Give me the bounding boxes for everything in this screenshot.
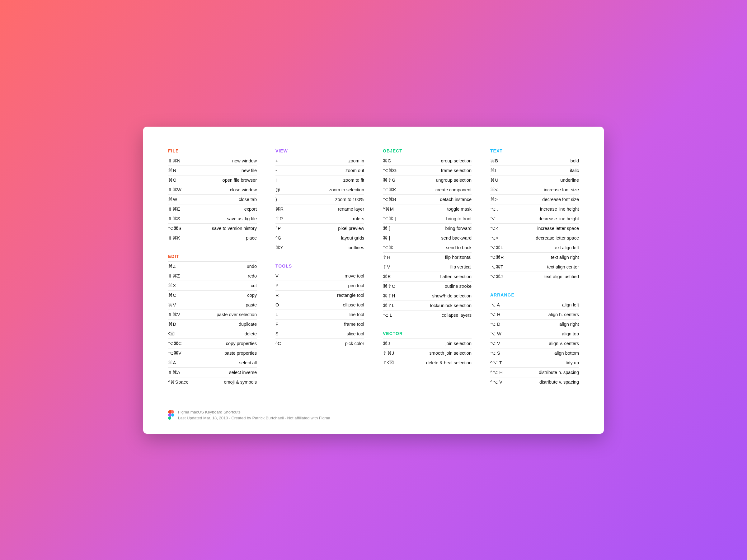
- shortcut-keys: V: [276, 273, 279, 278]
- shortcut-row: ⌥ Valign v. centers: [490, 339, 579, 348]
- shortcut-keys: ⌥⌘B: [383, 197, 396, 202]
- shortcut-row: ⌘Xcut: [168, 281, 257, 290]
- column: VIEW+zoom in-zoom out!zoom to fit@zoom t…: [276, 149, 364, 398]
- shortcut-row: ⌥⌘Bdetach instance: [383, 194, 471, 204]
- shortcut-desc: redo: [248, 273, 257, 278]
- section-title: ARRANGE: [490, 292, 579, 297]
- shortcut-desc: ellipse tool: [343, 302, 364, 308]
- shortcut-desc: align v. centers: [549, 341, 579, 346]
- footer-meta: Last Updated Mar. 18, 2010 · Created by …: [178, 415, 330, 421]
- shortcut-row: ⇧⌫delete & heal selection: [383, 358, 471, 367]
- shortcut-keys: ⇧⌘Z: [168, 273, 180, 278]
- shortcut-row: ⌘Eflatten selection: [383, 272, 471, 281]
- shortcut-row: ⌘<increase font size: [490, 185, 579, 194]
- footer: Figma macOS Keyboard Shortcuts Last Upda…: [168, 409, 579, 421]
- shortcut-keys: ⇧V: [383, 264, 390, 269]
- shortcut-desc: decrease font size: [542, 197, 579, 202]
- svg-point-0: [171, 414, 174, 417]
- shortcut-row: ⌥⌘ [send to back: [383, 243, 471, 252]
- section-title: VECTOR: [383, 331, 471, 336]
- shortcut-row: ⌘Wclose tab: [168, 194, 257, 204]
- shortcut-row: ⇧⌘Eexport: [168, 204, 257, 214]
- shortcut-keys: F: [276, 322, 278, 327]
- shortcut-desc: zoom to fit: [343, 178, 364, 183]
- shortcut-keys: ⌥⌘R: [490, 255, 504, 260]
- shortcut-row: ⌥⌘Kcreate component: [383, 185, 471, 194]
- column: FILE⇧⌘Nnew window⌘Nnew file⌘Oopen file b…: [168, 149, 257, 398]
- shortcut-keys: ⌥⌘C: [168, 341, 182, 346]
- shortcut-row: ⌘Ggroup selection: [383, 156, 471, 165]
- shortcut-keys: ⇧⌘V: [168, 312, 180, 317]
- shortcut-desc: place: [246, 236, 257, 240]
- shortcut-keys: ⌘C: [168, 293, 176, 298]
- shortcut-desc: align h. centers: [548, 312, 579, 317]
- shortcut-keys: ⌘E: [383, 274, 391, 279]
- shortcut-row: ⌘Rrename layer: [276, 204, 364, 214]
- shortcut-row: !zoom to fit: [276, 175, 364, 185]
- shortcut-keys: ⇧⌘J: [383, 351, 394, 355]
- shortcut-row: ⌥ ,increase line height: [490, 204, 579, 214]
- shortcut-row: ⌥ Aalign left: [490, 300, 579, 310]
- section-title: FILE: [168, 149, 257, 153]
- shortcut-desc: copy: [247, 293, 257, 298]
- shortcut-keys: +: [276, 158, 278, 163]
- shortcut-keys: ⌘U: [490, 178, 498, 183]
- shortcut-row: +zoom in: [276, 156, 364, 165]
- shortcut-desc: text align center: [547, 264, 579, 269]
- shortcut-row: ⌥>decrease letter space: [490, 233, 579, 243]
- shortcut-keys: ⌥⌘G: [383, 168, 397, 173]
- shortcut-row: ⌥⌘Vpaste properties: [168, 348, 257, 358]
- shortcut-desc: layout grids: [341, 236, 364, 240]
- shortcut-keys: ⌥⌘K: [383, 187, 396, 192]
- shortcut-desc: export: [244, 207, 257, 212]
- shortcut-keys: -: [276, 168, 277, 173]
- shortcut-keys: ⌥⌘V: [168, 351, 181, 355]
- shortcut-keys: ⌥>: [490, 236, 498, 240]
- shortcut-desc: rulers: [353, 216, 364, 221]
- section: OBJECT⌘Ggroup selection⌥⌘Gframe selectio…: [383, 149, 471, 320]
- shortcut-keys: ⌘⇧O: [383, 284, 395, 289]
- shortcut-desc: flip horizontal: [445, 255, 471, 260]
- shortcut-desc: group selection: [441, 158, 471, 163]
- shortcut-desc: increase letter space: [537, 226, 579, 231]
- shortcut-keys: ⌥⌘L: [490, 245, 503, 250]
- shortcut-keys: ⌘Z: [168, 264, 176, 269]
- shortcut-row: ⌘ ]bring forward: [383, 223, 471, 233]
- shortcut-keys: ⇧⌘A: [168, 370, 180, 375]
- shortcut-row: ^⌥ Ttidy up: [490, 358, 579, 367]
- shortcut-keys: ⌘V: [168, 302, 176, 308]
- shortcut-desc: bring forward: [445, 226, 471, 231]
- shortcut-desc: italic: [570, 168, 579, 173]
- footer-title: Figma macOS Keyboard Shortcuts: [178, 409, 330, 415]
- shortcut-row: ⌘⇧Gungroup selection: [383, 175, 471, 185]
- shortcut-desc: new file: [241, 168, 257, 173]
- shortcut-desc: underline: [560, 178, 579, 183]
- shortcut-keys: ^P: [276, 226, 281, 231]
- shortcut-desc: zoom in: [348, 158, 364, 163]
- shortcut-desc: zoom to 100%: [335, 197, 364, 202]
- shortcut-keys: ^⌘Space: [168, 379, 189, 384]
- section: ARRANGE⌥ Aalign left⌥ Halign h. centers⌥…: [490, 292, 579, 387]
- shortcut-desc: emoji & symbols: [224, 379, 257, 384]
- shortcut-keys: ⌘ [: [383, 236, 391, 240]
- shortcut-row: )zoom to 100%: [276, 194, 364, 204]
- shortcut-row: Sslice tool: [276, 329, 364, 339]
- shortcut-desc: bold: [570, 158, 579, 163]
- shortcut-keys: ^G: [276, 236, 281, 240]
- shortcut-row: ⌥⌘Ltext align left: [490, 243, 579, 252]
- shortcut-desc: send to back: [446, 245, 471, 250]
- shortcut-desc: decrease letter space: [536, 236, 579, 240]
- shortcut-keys: ⌘B: [490, 158, 498, 163]
- section: EDIT⌘Zundo⇧⌘Zredo⌘Xcut⌘Ccopy⌘Vpaste⇧⌘Vpa…: [168, 254, 257, 387]
- shortcut-row: ⇧Vflip vertical: [383, 262, 471, 272]
- shortcut-keys: ⌘W: [168, 197, 177, 202]
- shortcut-keys: ⌥ S: [490, 351, 500, 355]
- shortcut-row: ⌥⌘ ]bring to front: [383, 214, 471, 223]
- shortcut-keys: ⌥<: [490, 226, 498, 231]
- shortcut-keys: ): [276, 197, 277, 202]
- section-title: TEXT: [490, 149, 579, 153]
- shortcut-row: ⇧⌘Ssave as .fig file: [168, 214, 257, 223]
- shortcut-desc: paste over selection: [216, 312, 257, 317]
- shortcut-keys: ⌘⇧L: [383, 303, 395, 308]
- shortcut-desc: copy properties: [226, 341, 257, 346]
